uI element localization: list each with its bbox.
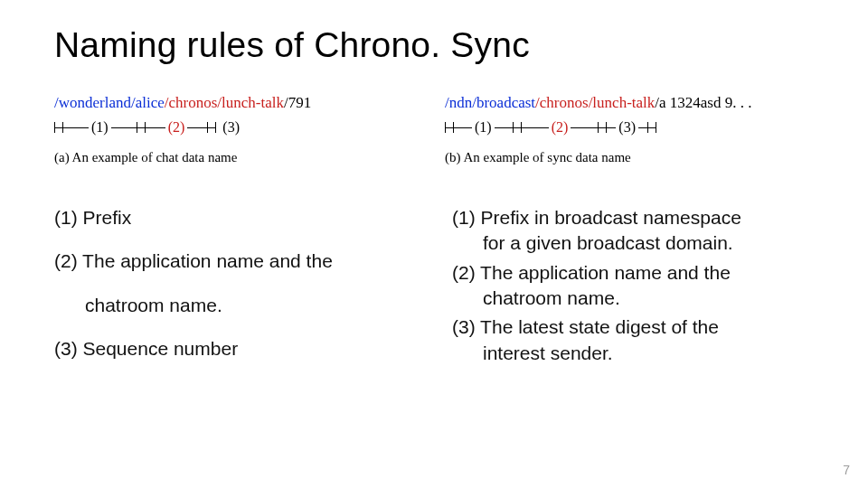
list-item: (3) Sequence number: [54, 336, 416, 361]
label-1: (1): [472, 119, 495, 136]
app-segment: /chronos/lunch-talk: [535, 94, 655, 111]
figure-a-caption: (a) An example of chat data name: [54, 150, 423, 165]
list-item: (2) The application name and the: [452, 260, 814, 286]
sync-data-name-string: /ndn/broadcast/chronos/lunch-talk/a 1324…: [445, 94, 814, 112]
page-number: 7: [843, 463, 850, 477]
figure-b-caption: (b) An example of sync data name: [445, 150, 814, 165]
label-2: (2): [549, 119, 571, 136]
label-2: (2): [165, 119, 188, 136]
right-column: (1) Prefix in broadcast namespace for a …: [452, 205, 814, 380]
digest-segment: /a 1324asd 9. . .: [655, 94, 751, 111]
bracket-row-a: (1) (2) (3): [54, 117, 423, 137]
chat-data-name-string: /wonderland/alice/chronos/lunch-talk/791: [54, 94, 423, 112]
list-item: (1) Prefix in broadcast namespace: [452, 205, 814, 230]
list-item: (1) Prefix: [54, 205, 416, 230]
label-3: (3): [616, 119, 638, 136]
label-3: (3): [220, 119, 242, 136]
list-item: for a given broadcast domain.: [452, 230, 814, 256]
label-1: (1): [89, 119, 111, 136]
list-item: chatroom name.: [54, 293, 416, 318]
bracket-row-b: (1) (2) (3): [445, 117, 814, 137]
list-item: (2) The application name and the: [54, 249, 416, 274]
figure-a: /wonderland/alice/chronos/lunch-talk/791…: [54, 94, 423, 165]
page-title: Naming rules of Chrono. Sync: [54, 25, 814, 65]
seq-segment: /791: [284, 94, 311, 111]
list-item: interest sender.: [452, 341, 814, 366]
prefix-segment: /wonderland/alice: [54, 94, 165, 111]
left-column: (1) Prefix (2) The application name and …: [54, 205, 416, 380]
list-item: (3) The latest state digest of the: [452, 314, 814, 340]
list-item: chatroom name.: [452, 286, 814, 311]
figure-b: /ndn/broadcast/chronos/lunch-talk/a 1324…: [445, 94, 814, 165]
app-segment: /chronos/lunch-talk: [165, 94, 284, 111]
prefix-segment: /ndn/broadcast: [445, 94, 535, 111]
